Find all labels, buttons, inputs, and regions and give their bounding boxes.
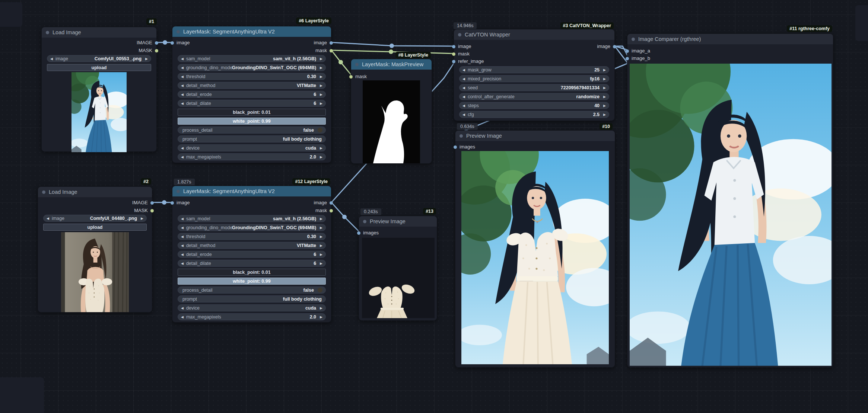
node-image-comparer-11[interactable]: Image Comparer (rgthree) image_a image_b [627, 33, 833, 368]
node-header[interactable]: Preview Image [359, 216, 437, 227]
arrow-left-icon[interactable]: ◀ [462, 104, 465, 108]
widget-prompt[interactable]: promptfull body clothing [178, 295, 326, 302]
node-mask-preview-8[interactable]: LayerMask: MaskPreview mask [351, 59, 432, 164]
arrow-right-icon[interactable]: ▶ [320, 57, 322, 61]
node-header[interactable]: LayerMask: SegmentAnythingUltra V2 [172, 26, 331, 37]
node-header[interactable]: Load Image [38, 187, 152, 197]
node-catvton-wrapper-3[interactable]: CatVTON Wrapper image mask refer_image i… [454, 29, 615, 121]
collapse-dot-icon[interactable] [355, 63, 359, 66]
widget-max_megapixels[interactable]: ◀max_megapixels2.0▶ [178, 153, 326, 160]
arrow-right-icon[interactable]: ▶ [320, 84, 322, 87]
arrow-left-icon[interactable]: ◀ [181, 84, 184, 87]
node-preview-image-10[interactable]: Preview Image images [455, 130, 615, 368]
arrow-right-icon[interactable]: ▶ [320, 235, 322, 238]
arrow-left-icon[interactable]: ◀ [181, 66, 184, 70]
slot-dot-image-icon[interactable] [452, 45, 455, 48]
collapse-dot-icon[interactable] [177, 190, 180, 193]
widget-black_point[interactable]: black_point: 0.01 [178, 269, 326, 276]
widget-sam_model[interactable]: ◀sam_modelsam_vit_h (2.56GB)▶ [178, 55, 326, 62]
slot-dot-image-icon[interactable] [626, 57, 629, 60]
collapse-dot-icon[interactable] [632, 38, 635, 41]
input-slot-image[interactable]: image [171, 199, 190, 206]
output-slot-image[interactable]: image [314, 39, 333, 46]
node-header[interactable]: Image Comparer (rgthree) [627, 34, 833, 44]
input-slot-mask[interactable]: mask [452, 51, 470, 57]
arrow-right-icon[interactable]: ▶ [320, 93, 322, 96]
arrow-left-icon[interactable]: ◀ [181, 75, 184, 79]
input-slot-mask[interactable]: mask [349, 73, 367, 80]
widget-steps[interactable]: ◀steps40▶ [459, 102, 609, 109]
arrow-right-icon[interactable]: ▶ [320, 253, 322, 256]
node-header[interactable]: CatVTON Wrapper [454, 29, 614, 40]
slot-dot-mask-icon[interactable] [330, 209, 333, 212]
widget-seed[interactable]: ◀seed722095679401334▶ [459, 84, 609, 91]
slot-dot-image-icon[interactable] [171, 201, 174, 205]
link-seg6-mask-to-catvton[interactable] [331, 50, 455, 54]
arrow-left-icon[interactable]: ◀ [462, 113, 465, 116]
collapse-dot-icon[interactable] [46, 31, 49, 34]
widget-threshold[interactable]: ◀threshold0.30▶ [178, 73, 326, 80]
widget-upload[interactable]: upload [47, 64, 151, 71]
arrow-right-icon[interactable]: ▶ [145, 57, 148, 61]
arrow-right-icon[interactable]: ▶ [320, 244, 322, 247]
slot-dot-mask-icon[interactable] [150, 209, 154, 212]
slot-dot-mask-icon[interactable] [349, 75, 353, 79]
output-slot-image[interactable]: IMAGE [137, 39, 158, 46]
widget-image[interactable]: ◀imageComfyUI_00553_.png▶ [47, 55, 151, 62]
collapse-dot-icon[interactable] [460, 134, 463, 138]
widget-image[interactable]: ◀imageComfyUI_04480_.png▶ [43, 215, 147, 222]
comfyui-canvas[interactable]: { "colors": { "link_image": "#8fb3d9", "… [0, 0, 868, 413]
input-slot-image[interactable]: image [171, 39, 190, 46]
node-load-image-1[interactable]: Load Image IMAGE MASK ◀imageComfyUI_0055… [41, 27, 157, 152]
slot-dot-mask-icon[interactable] [155, 49, 158, 52]
arrow-right-icon[interactable]: ▶ [603, 104, 606, 108]
input-slot-image-b[interactable]: image_b [626, 55, 650, 62]
arrow-right-icon[interactable]: ▶ [603, 77, 606, 81]
widget-detail_erode[interactable]: ◀detail_erode6▶ [178, 91, 326, 98]
collapse-dot-icon[interactable] [177, 30, 180, 33]
widget-detail_method[interactable]: ◀detail_methodVITMatte▶ [178, 82, 326, 89]
arrow-right-icon[interactable]: ▶ [320, 66, 322, 70]
output-slot-mask[interactable]: MASK [139, 47, 158, 54]
slot-dot-mask-icon[interactable] [330, 49, 333, 52]
arrow-right-icon[interactable]: ▶ [320, 146, 322, 150]
arrow-right-icon[interactable]: ▶ [141, 217, 143, 220]
node-header[interactable]: LayerMask: SegmentAnythingUltra V2 [172, 186, 331, 196]
node-header[interactable]: Preview Image [455, 131, 615, 141]
arrow-left-icon[interactable]: ◀ [181, 146, 184, 150]
widget-grounding_dino_model[interactable]: ◀grounding_dino_modelGroundingDINO_SwinT… [178, 64, 326, 71]
toggle-knob-icon[interactable] [318, 288, 322, 292]
arrow-left-icon[interactable]: ◀ [181, 217, 184, 221]
input-slot-images[interactable]: images [357, 230, 379, 236]
collapse-dot-icon[interactable] [458, 33, 461, 36]
widget-threshold[interactable]: ◀threshold0.30▶ [178, 233, 326, 240]
widget-control_after_generate[interactable]: ◀control_after_generaterandomize▶ [459, 93, 609, 100]
widget-sam_model[interactable]: ◀sam_modelsam_vit_h (2.56GB)▶ [178, 215, 326, 222]
slot-dot-image-icon[interactable] [171, 41, 174, 45]
arrow-left-icon[interactable]: ◀ [181, 253, 184, 256]
arrow-left-icon[interactable]: ◀ [181, 102, 184, 105]
arrow-right-icon[interactable]: ▶ [320, 306, 322, 310]
widget-detail_dilate[interactable]: ◀detail_dilate6▶ [178, 100, 326, 107]
widget-process_detail[interactable]: process_detailfalse [178, 127, 326, 134]
slot-dot-image-icon[interactable] [452, 60, 455, 63]
node-preview-image-13[interactable]: Preview Image images [359, 216, 437, 321]
slot-dot-image-icon[interactable] [357, 231, 360, 235]
widget-max_megapixels[interactable]: ◀max_megapixels2.0▶ [178, 313, 326, 320]
widget-upload[interactable]: upload [43, 224, 147, 231]
node-segment-anything-12[interactable]: LayerMask: SegmentAnythingUltra V2 image… [172, 186, 331, 323]
arrow-right-icon[interactable]: ▶ [320, 155, 322, 159]
slot-dot-image-icon[interactable] [613, 45, 616, 48]
arrow-left-icon[interactable]: ◀ [47, 217, 49, 220]
node-segment-anything-6[interactable]: LayerMask: SegmentAnythingUltra V2 image… [172, 26, 331, 163]
arrow-left-icon[interactable]: ◀ [462, 68, 465, 72]
widget-prompt[interactable]: promptfull body clothing [178, 135, 326, 143]
arrow-left-icon[interactable]: ◀ [50, 57, 53, 61]
arrow-right-icon[interactable]: ▶ [320, 315, 322, 319]
slot-dot-image-icon[interactable] [155, 41, 158, 45]
arrow-right-icon[interactable]: ▶ [320, 75, 322, 79]
output-slot-image[interactable]: image [314, 199, 333, 206]
input-slot-refer-image[interactable]: refer_image [452, 58, 484, 65]
widget-device[interactable]: ◀devicecuda▶ [178, 304, 326, 311]
arrow-left-icon[interactable]: ◀ [181, 262, 184, 265]
